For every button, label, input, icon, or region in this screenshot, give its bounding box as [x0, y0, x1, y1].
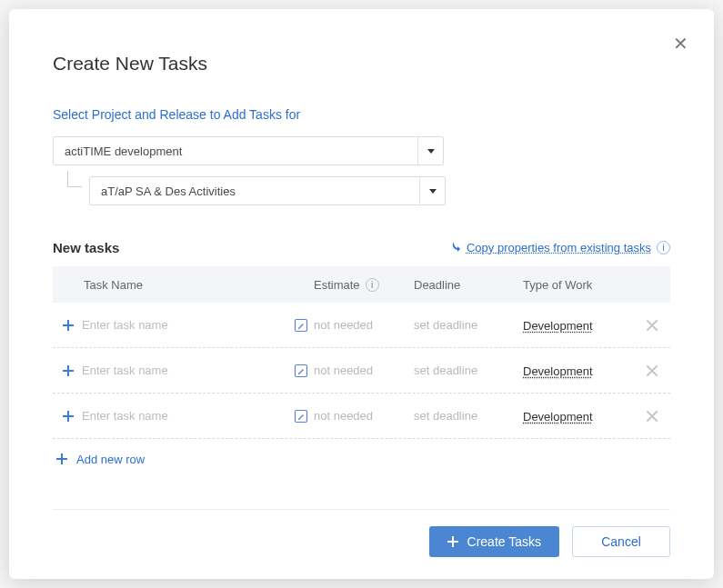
project-select[interactable]: actiTIME development: [53, 136, 444, 165]
edit-icon[interactable]: [294, 318, 308, 333]
add-new-row-button[interactable]: Add new row: [53, 439, 670, 479]
copy-properties-link[interactable]: Copy properties from existing tasks: [467, 241, 651, 254]
release-select-value: aT/aP SA & Des Activities: [90, 184, 419, 198]
task-name-input[interactable]: [80, 363, 286, 378]
info-icon[interactable]: i: [366, 278, 379, 292]
plus-icon: [447, 536, 458, 547]
plus-icon: [56, 453, 67, 464]
create-tasks-button[interactable]: Create Tasks: [429, 526, 559, 557]
estimate-cell[interactable]: not needed: [314, 318, 414, 332]
plus-icon[interactable]: [56, 320, 80, 331]
caret-down-icon: [417, 137, 443, 164]
release-select[interactable]: aT/aP SA & Des Activities: [89, 176, 446, 205]
plus-icon[interactable]: [56, 365, 80, 376]
delete-row-button[interactable]: [641, 365, 663, 376]
task-name-input[interactable]: [80, 317, 286, 333]
type-of-work-cell[interactable]: Development: [523, 364, 593, 378]
plus-icon[interactable]: [56, 411, 80, 422]
task-row: not needed set deadline Development: [53, 303, 670, 348]
task-row: not needed set deadline Development: [53, 348, 670, 394]
type-of-work-cell[interactable]: Development: [523, 319, 593, 333]
add-new-row-label: Add new row: [76, 453, 145, 466]
delete-row-button[interactable]: [641, 320, 663, 331]
edit-icon[interactable]: [294, 409, 308, 424]
estimate-cell[interactable]: not needed: [314, 409, 414, 423]
column-type-of-work: Type of Work: [523, 278, 641, 292]
create-tasks-modal: ✕ Create New Tasks Select Project and Re…: [9, 9, 714, 579]
tree-connector: [67, 171, 82, 187]
estimate-cell[interactable]: not needed: [314, 364, 414, 377]
close-icon[interactable]: ✕: [673, 35, 688, 53]
column-deadline: Deadline: [414, 278, 523, 292]
select-project-subtitle: Select Project and Release to Add Tasks …: [53, 107, 670, 122]
deadline-cell[interactable]: set deadline: [414, 364, 523, 377]
edit-icon[interactable]: [294, 364, 308, 378]
caret-down-icon: [419, 177, 445, 204]
info-icon[interactable]: i: [657, 241, 670, 254]
modal-title: Create New Tasks: [53, 53, 670, 75]
tasks-table-header: Task Name Estimate i Deadline Type of Wo…: [53, 266, 670, 303]
task-row: not needed set deadline Development: [53, 394, 670, 439]
column-task-name: Task Name: [80, 278, 314, 292]
project-select-value: actiTIME development: [54, 145, 417, 158]
deadline-cell[interactable]: set deadline: [414, 318, 523, 332]
cancel-button[interactable]: Cancel: [572, 526, 670, 557]
new-tasks-heading: New tasks: [53, 240, 119, 255]
column-estimate: Estimate: [314, 278, 360, 292]
type-of-work-cell[interactable]: Development: [523, 410, 593, 424]
delete-row-button[interactable]: [641, 411, 663, 422]
create-tasks-label: Create Tasks: [467, 534, 541, 549]
arrow-down-icon: [450, 242, 461, 254]
task-name-input[interactable]: [80, 408, 286, 424]
deadline-cell[interactable]: set deadline: [414, 409, 523, 423]
cancel-label: Cancel: [601, 534, 641, 549]
